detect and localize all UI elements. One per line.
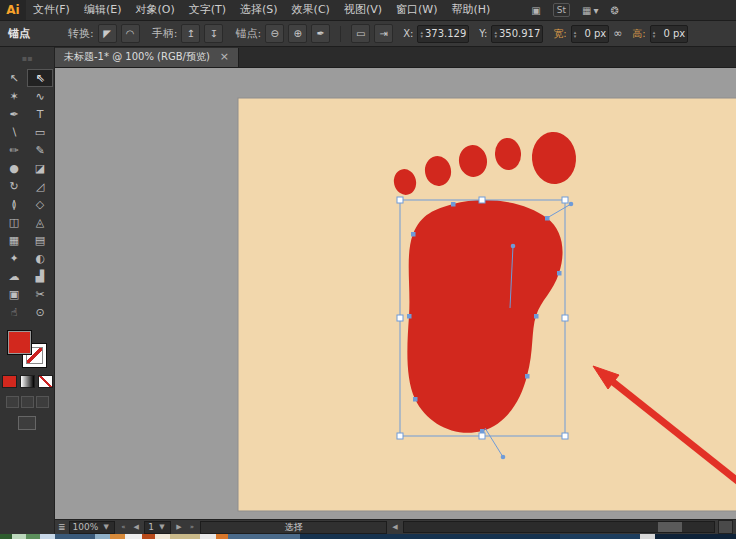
- anchor-point[interactable]: [545, 216, 550, 221]
- document-tab[interactable]: 未标题-1* @ 100% (RGB/预览) ×: [55, 48, 239, 67]
- link-width-height-icon[interactable]: ∞: [613, 27, 622, 40]
- width-value[interactable]: 0 px: [578, 28, 606, 39]
- scroll-left-button[interactable]: ◀: [390, 523, 400, 531]
- cs-live-icon[interactable]: ❂: [611, 5, 619, 16]
- scale-tool[interactable]: ◿: [27, 177, 53, 195]
- gradient-button[interactable]: [20, 375, 35, 388]
- width-tool[interactable]: ≬: [1, 195, 27, 213]
- direction-handle-dot[interactable]: [569, 202, 574, 207]
- x-stepper[interactable]: ▴▾: [420, 30, 423, 38]
- pen-anchor-button[interactable]: ✒: [311, 24, 330, 43]
- anchor-point[interactable]: [525, 374, 530, 379]
- pen-tool[interactable]: ✒: [1, 105, 27, 123]
- status-menu-icon[interactable]: ≣: [58, 522, 66, 532]
- mesh-tool[interactable]: ▦: [1, 231, 27, 249]
- arrange-documents-icon[interactable]: ▣: [531, 5, 540, 16]
- rotate-tool[interactable]: ↻: [1, 177, 27, 195]
- selection-handle[interactable]: [562, 197, 568, 203]
- add-anchor-button[interactable]: ⊕: [288, 24, 307, 43]
- close-icon[interactable]: ×: [220, 52, 229, 62]
- selection-handle[interactable]: [397, 197, 403, 203]
- height-stepper[interactable]: ▴▾: [653, 30, 656, 38]
- zoom-select[interactable]: 100% ▼: [69, 521, 116, 534]
- scrollbar-thumb[interactable]: [658, 522, 682, 532]
- menu-edit[interactable]: 编辑(E): [77, 0, 129, 20]
- selection-handle[interactable]: [479, 433, 485, 439]
- tools-panel-grip[interactable]: ▪▪: [0, 47, 54, 69]
- menu-type[interactable]: 文字(T): [182, 0, 233, 20]
- direction-handle-dot[interactable]: [501, 455, 506, 460]
- lasso-tool[interactable]: ∿: [27, 87, 53, 105]
- anchor-point[interactable]: [411, 232, 416, 237]
- style-button[interactable]: St: [553, 3, 570, 17]
- x-field[interactable]: ▴▾ 373.129: [417, 25, 469, 43]
- shape-builder-tool[interactable]: ◫: [1, 213, 27, 231]
- menu-help[interactable]: 帮助(H): [444, 0, 497, 20]
- y-stepper[interactable]: ▴▾: [494, 30, 497, 38]
- horizontal-scrollbar[interactable]: [403, 521, 715, 533]
- fill-swatch[interactable]: [7, 330, 32, 355]
- anchor-point[interactable]: [413, 397, 418, 402]
- blob-brush-tool[interactable]: ●: [1, 159, 27, 177]
- anchor-point[interactable]: [451, 202, 456, 207]
- menu-object[interactable]: 对象(O): [128, 0, 181, 20]
- gradient-tool[interactable]: ▤: [27, 231, 53, 249]
- hide-handles-button[interactable]: ↧: [204, 24, 223, 43]
- x-value[interactable]: 373.129: [425, 28, 466, 39]
- selection-handle[interactable]: [562, 315, 568, 321]
- artboard-first-button[interactable]: «: [118, 523, 128, 531]
- magic-wand-tool[interactable]: ✶: [1, 87, 27, 105]
- type-tool[interactable]: T: [27, 105, 53, 123]
- selection-handle[interactable]: [397, 315, 403, 321]
- color-button[interactable]: [2, 375, 17, 388]
- menu-window[interactable]: 窗口(W): [389, 0, 444, 20]
- y-field[interactable]: ▴▾ 350.917: [491, 25, 543, 43]
- height-value[interactable]: 0 px: [657, 28, 685, 39]
- show-handles-button[interactable]: ↥: [181, 24, 200, 43]
- artboard-last-button[interactable]: »: [187, 523, 197, 531]
- rectangle-tool[interactable]: ▭: [27, 123, 53, 141]
- width-field[interactable]: ▴▾ 0 px: [571, 25, 610, 43]
- screen-mode-button[interactable]: [18, 416, 36, 430]
- align-button[interactable]: ⇥: [374, 24, 393, 43]
- convert-to-corner-button[interactable]: ◤: [98, 24, 117, 43]
- slice-tool[interactable]: ✂: [27, 285, 53, 303]
- line-segment-tool[interactable]: ∖: [1, 123, 27, 141]
- artboard-next-button[interactable]: ▶: [174, 523, 184, 531]
- convert-to-smooth-button[interactable]: ◠: [121, 24, 140, 43]
- eyedropper-tool[interactable]: ✦: [1, 249, 27, 267]
- selection-tool[interactable]: ↖: [1, 69, 27, 87]
- remove-anchor-button[interactable]: ⊖: [265, 24, 284, 43]
- hand-tool[interactable]: ☝: [1, 303, 27, 321]
- selection-handle[interactable]: [562, 433, 568, 439]
- column-graph-tool[interactable]: ▟: [27, 267, 53, 285]
- menu-file[interactable]: 文件(F): [26, 0, 77, 20]
- perspective-grid-tool[interactable]: ◬: [27, 213, 53, 231]
- anchor-point[interactable]: [557, 271, 562, 276]
- y-value[interactable]: 350.917: [499, 28, 540, 39]
- artboard-tool[interactable]: ▣: [1, 285, 27, 303]
- selection-handle[interactable]: [479, 197, 485, 203]
- draw-inside-button[interactable]: [36, 396, 49, 408]
- zoom-tool[interactable]: ⊙: [27, 303, 53, 321]
- none-button[interactable]: [38, 375, 53, 388]
- isolate-selected-object-button[interactable]: ▭: [351, 24, 370, 43]
- selection-handle[interactable]: [397, 433, 403, 439]
- workspace-switcher[interactable]: ▦ ▾: [582, 5, 598, 16]
- anchor-point[interactable]: [407, 314, 412, 319]
- draw-normal-button[interactable]: [6, 396, 19, 408]
- direct-selection-tool[interactable]: ⇖: [27, 69, 53, 87]
- artboard-number-field[interactable]: 1 ▼: [144, 521, 171, 534]
- menu-view[interactable]: 视图(V): [337, 0, 389, 20]
- height-field[interactable]: ▴▾ 0 px: [650, 25, 689, 43]
- symbol-sprayer-tool[interactable]: ☁: [1, 267, 27, 285]
- width-stepper[interactable]: ▴▾: [574, 30, 577, 38]
- menu-select[interactable]: 选择(S): [233, 0, 285, 20]
- paintbrush-tool[interactable]: ✏: [1, 141, 27, 159]
- pencil-tool[interactable]: ✎: [27, 141, 53, 159]
- eraser-tool[interactable]: ◪: [27, 159, 53, 177]
- canvas[interactable]: [55, 68, 736, 519]
- free-transform-tool[interactable]: ◇: [27, 195, 53, 213]
- menu-effect[interactable]: 效果(C): [285, 0, 337, 20]
- blend-tool[interactable]: ◐: [27, 249, 53, 267]
